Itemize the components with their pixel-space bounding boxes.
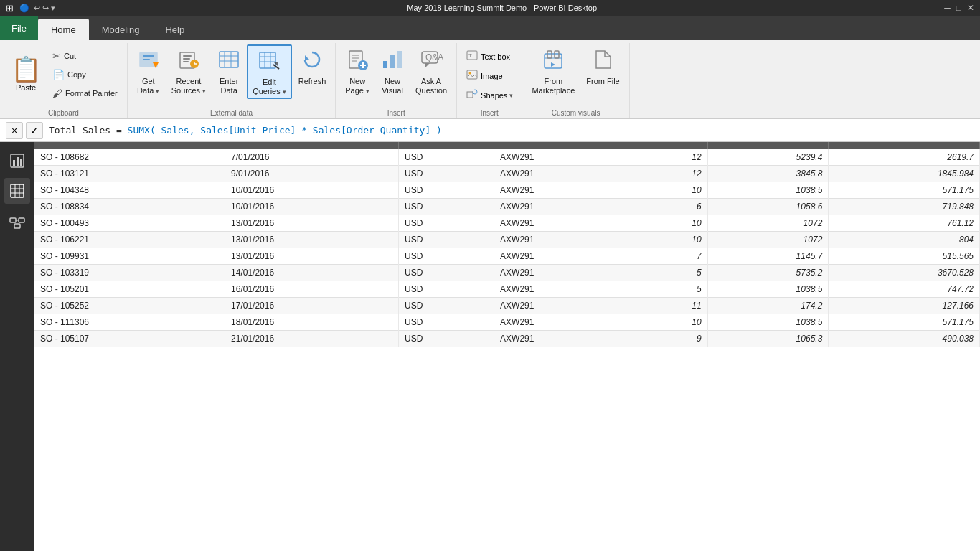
table-cell: 11 xyxy=(639,298,707,314)
clipboard-group: 📋 Paste ✂ Cut 📄 Copy 🖌 Format Painter xyxy=(0,43,128,118)
table-cell: AXW291 xyxy=(494,298,639,314)
shapes-button[interactable]: Shapes ▾ xyxy=(461,86,517,104)
table-row: SO - 10049313/01/2016USDAXW291101072761.… xyxy=(34,215,980,232)
table-row: SO - 10510721/01/2016USDAXW29191065.3490… xyxy=(34,331,980,347)
table-cell: 6 xyxy=(639,199,707,215)
table-cell: SO - 105201 xyxy=(34,281,225,298)
svg-rect-48 xyxy=(13,160,15,166)
tab-file[interactable]: File xyxy=(0,16,38,40)
table-row: SO - 10434810/01/2016USDAXW291101038.557… xyxy=(34,182,980,199)
cut-button[interactable]: ✂ Cut xyxy=(47,47,123,65)
table-cell: 10 xyxy=(639,215,707,232)
sidebar-icon-model[interactable] xyxy=(4,208,30,234)
table-cell: 804 xyxy=(829,232,980,248)
refresh-label: Refresh xyxy=(298,77,326,86)
copy-button[interactable]: 📄 Copy xyxy=(47,66,123,83)
new-page-icon xyxy=(346,48,369,75)
table-row: SO - 10883410/01/2016USDAXW29161058.6719… xyxy=(34,199,980,215)
table-cell: 1058.6 xyxy=(707,199,829,215)
formula-confirm-btn[interactable]: ✓ xyxy=(26,122,43,139)
table-header-row xyxy=(34,142,980,149)
table-cell: AXW291 xyxy=(494,248,639,265)
svg-rect-31 xyxy=(383,61,387,68)
table-cell: AXW291 xyxy=(494,314,639,331)
edit-queries-icon xyxy=(258,49,281,75)
table-row: SO - 10622113/01/2016USDAXW291101072804 xyxy=(34,232,980,248)
new-visual-button[interactable]: NewVisual xyxy=(376,44,409,98)
insert-objects-label: Insert xyxy=(461,107,517,118)
from-file-button[interactable]: From File xyxy=(581,44,624,95)
tab-bar: File Home Modeling Help xyxy=(0,16,980,40)
enter-data-label: EnterData xyxy=(220,77,238,95)
table-cell: 5 xyxy=(639,281,707,298)
new-page-button[interactable]: NewPage ▾ xyxy=(340,44,374,98)
from-marketplace-button[interactable]: FromMarketplace xyxy=(527,44,580,98)
sidebar-icon-report[interactable] xyxy=(4,148,30,174)
table-cell: 10 xyxy=(639,314,707,331)
svg-text:T: T xyxy=(468,52,472,59)
col-header-2 xyxy=(225,142,399,149)
table-cell: 3670.528 xyxy=(829,265,980,281)
svg-point-42 xyxy=(473,90,477,94)
svg-text:Q&A: Q&A xyxy=(425,52,443,62)
table-row: SO - 10520116/01/2016USDAXW29151038.5747… xyxy=(34,281,980,298)
formula-dax-text: SUMX( Sales, Sales[Unit Price] * Sales[O… xyxy=(128,125,442,136)
formula-bar: × ✓ Total Sales = SUMX( Sales, Sales[Uni… xyxy=(0,119,980,142)
paste-button[interactable]: 📋 Paste xyxy=(4,44,47,102)
svg-rect-39 xyxy=(467,70,477,79)
format-painter-button[interactable]: 🖌 Format Painter xyxy=(47,85,123,102)
tab-help[interactable]: Help xyxy=(152,19,197,40)
tab-modeling[interactable]: Modeling xyxy=(89,19,153,40)
table-cell: 7/01/2016 xyxy=(225,149,399,166)
ask-question-button[interactable]: Q&A Ask AQuestion xyxy=(410,44,452,98)
table-row: SO - 10993113/01/2016USDAXW29171145.7515… xyxy=(34,248,980,265)
table-cell: SO - 104348 xyxy=(34,182,225,199)
ask-question-label: Ask AQuestion xyxy=(415,77,447,95)
edit-queries-label: EditQueries ▾ xyxy=(253,77,286,96)
edit-queries-button[interactable]: EditQueries ▾ xyxy=(247,44,292,99)
insert-objects-group: T Text box Image Shapes ▾ xyxy=(457,43,522,118)
table-row: SO - 1031219/01/2016USDAXW291123845.8184… xyxy=(34,166,980,182)
external-data-group: GetData ▾ RecentSources ▾ EnterData Edit… xyxy=(128,43,336,118)
clipboard-label: Clipboard xyxy=(4,107,123,118)
text-box-button[interactable]: T Text box xyxy=(461,47,517,65)
table-cell: 18/01/2016 xyxy=(225,314,399,331)
table-cell: SO - 111306 xyxy=(34,314,225,331)
close-btn[interactable]: ✕ xyxy=(967,3,974,13)
refresh-button[interactable]: Refresh xyxy=(293,44,331,95)
insert-group: NewPage ▾ NewVisual Q&A Ask AQuestion In… xyxy=(336,43,457,118)
new-visual-label: NewVisual xyxy=(382,77,403,95)
table-cell: AXW291 xyxy=(494,199,639,215)
recent-sources-button[interactable]: RecentSources ▾ xyxy=(166,44,211,98)
formula-text: Total Sales = SUMX( Sales, Sales[Unit Pr… xyxy=(49,125,974,136)
col-header-6 xyxy=(707,142,829,149)
table-cell: USD xyxy=(399,215,494,232)
sidebar-icon-data[interactable] xyxy=(4,178,30,204)
table-cell: 515.565 xyxy=(829,248,980,265)
text-box-label: Text box xyxy=(481,52,510,61)
svg-rect-7 xyxy=(183,61,189,62)
svg-rect-2 xyxy=(143,59,150,60)
window-title: May 2018 Learning Summit Demo - Power BI… xyxy=(60,4,944,12)
copy-label: Copy xyxy=(67,70,86,79)
table-cell: SO - 106221 xyxy=(34,232,225,248)
tab-home[interactable]: Home xyxy=(38,19,89,40)
external-data-label: External data xyxy=(132,107,331,118)
main-area: SO - 1086827/01/2016USDAXW291125239.4261… xyxy=(0,142,980,551)
image-button[interactable]: Image xyxy=(461,67,517,85)
new-visual-icon xyxy=(381,48,404,75)
table-cell: 1038.5 xyxy=(707,281,829,298)
formula-cancel-btn[interactable]: × xyxy=(6,122,23,139)
table-cell: 9/01/2016 xyxy=(225,166,399,182)
enter-data-button[interactable]: EnterData xyxy=(212,44,245,98)
table-cell: 10 xyxy=(639,232,707,248)
get-data-button[interactable]: GetData ▾ xyxy=(132,44,165,98)
refresh-icon xyxy=(301,48,324,75)
minimize-btn[interactable]: ─ xyxy=(944,3,951,13)
table-cell: 10 xyxy=(639,182,707,199)
table-cell: USD xyxy=(399,149,494,166)
svg-rect-56 xyxy=(10,218,16,222)
table-cell: 571.175 xyxy=(829,182,980,199)
maximize-btn[interactable]: □ xyxy=(956,3,961,13)
svg-rect-44 xyxy=(547,51,552,58)
